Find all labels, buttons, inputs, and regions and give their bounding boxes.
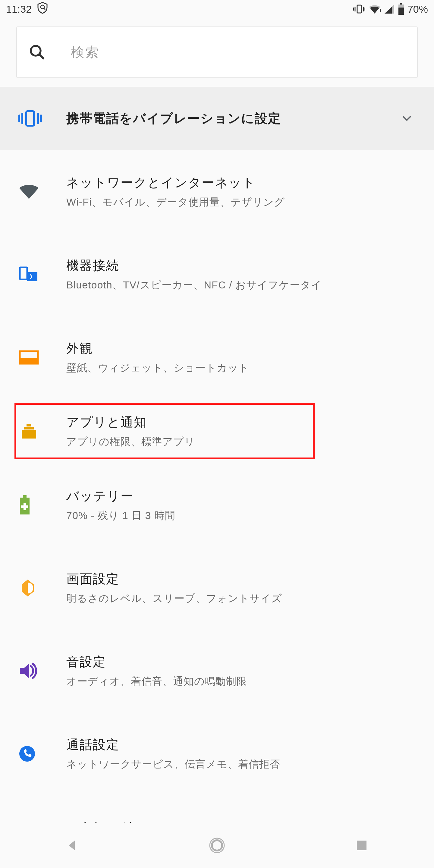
row-sub: 壁紙、ウィジェット、ショートカット xyxy=(66,361,416,375)
vibrate-icon xyxy=(18,109,66,128)
wifi-icon xyxy=(18,183,66,201)
cell-signal-icon xyxy=(384,4,395,14)
svg-rect-15 xyxy=(26,111,34,126)
chevron-down-icon[interactable] xyxy=(398,112,416,125)
row-appearance[interactable]: 外観 壁紙、ウィジェット、ショートカット xyxy=(0,316,434,399)
row-sub: ネットワークサービス、伝言メモ、着信拒否 xyxy=(66,757,416,771)
status-bar: 11:32 xyxy=(0,0,434,18)
svg-point-0 xyxy=(41,5,44,9)
svg-rect-21 xyxy=(27,272,37,281)
row-sub: Bluetooth、TV/スピーカー、NFC / おサイフケータイ xyxy=(66,278,416,292)
status-right: 70% xyxy=(353,3,428,15)
row-sub: 70% - 残り 1 日 3 時間 xyxy=(66,509,416,523)
row-devices[interactable]: 機器接続 Bluetooth、TV/スピーカー、NFC / おサイフケータイ xyxy=(0,233,434,316)
nav-bar xyxy=(0,823,434,868)
shield-icon xyxy=(37,2,48,16)
row-title: 通話設定 xyxy=(66,736,416,753)
row-title: 音設定 xyxy=(66,653,416,670)
nav-home[interactable] xyxy=(207,835,227,856)
svg-point-33 xyxy=(19,746,35,762)
row-sub: 明るさのレベル、スリープ、フォントサイズ xyxy=(66,592,416,606)
vibrate-banner-label: 携帯電話をバイブレーションに設定 xyxy=(66,110,398,127)
status-time: 11:32 xyxy=(6,3,32,15)
apps-icon xyxy=(18,422,66,440)
appearance-icon xyxy=(18,349,66,366)
battery-icon xyxy=(18,495,66,516)
search-placeholder: 検索 xyxy=(71,43,100,61)
battery-pct: 70% xyxy=(407,3,428,15)
svg-rect-10 xyxy=(400,3,402,4)
row-sound[interactable]: 音設定 オーディオ、着信音、通知の鳴動制限 xyxy=(0,629,434,712)
svg-rect-12 xyxy=(398,7,404,15)
svg-rect-26 xyxy=(22,430,36,438)
row-call[interactable]: 通話設定 ネットワークサービス、伝言メモ、着信拒否 xyxy=(0,712,434,795)
search-wrap: 検索 xyxy=(0,18,434,87)
vibrate-banner[interactable]: 携帯電話をバイブレーションに設定 xyxy=(0,87,434,150)
svg-rect-23 xyxy=(21,358,37,363)
svg-rect-20 xyxy=(20,267,27,279)
settings-list: ネットワークとインターネット Wi-Fi、モバイル、データ使用量、テザリング 機… xyxy=(0,150,434,846)
row-title: 機器接続 xyxy=(66,257,416,274)
battery-status-icon xyxy=(398,3,404,15)
brightness-icon xyxy=(18,578,66,598)
svg-point-44 xyxy=(212,840,222,850)
svg-rect-30 xyxy=(21,505,28,508)
row-title: 外観 xyxy=(66,340,416,357)
row-network[interactable]: ネットワークとインターネット Wi-Fi、モバイル、データ使用量、テザリング xyxy=(0,150,434,233)
svg-rect-45 xyxy=(357,841,367,850)
svg-line-1 xyxy=(44,8,45,10)
search-icon xyxy=(29,44,59,61)
row-display[interactable]: 画面設定 明るさのレベル、スリープ、フォントサイズ xyxy=(0,547,434,629)
row-title: バッテリー xyxy=(66,488,416,504)
row-sub: アプリの権限、標準アプリ xyxy=(66,435,416,449)
svg-rect-27 xyxy=(23,495,27,498)
row-title: ネットワークとインターネット xyxy=(66,174,416,191)
row-apps[interactable]: アプリと通知 アプリの権限、標準アプリ xyxy=(0,399,434,464)
svg-rect-24 xyxy=(27,424,31,427)
status-left: 11:32 xyxy=(6,2,48,16)
nav-recent[interactable] xyxy=(351,835,372,856)
sound-icon xyxy=(18,662,66,680)
row-sub: Wi-Fi、モバイル、データ使用量、テザリング xyxy=(66,195,416,209)
wifi-status-icon xyxy=(368,4,381,14)
phone-icon xyxy=(18,745,66,763)
svg-marker-32 xyxy=(20,664,29,678)
svg-marker-7 xyxy=(380,8,381,13)
row-title: アプリと通知 xyxy=(66,414,416,431)
row-title: 画面設定 xyxy=(66,570,416,587)
row-sub: オーディオ、着信音、通知の鳴動制限 xyxy=(66,675,416,688)
vibrate-status-icon xyxy=(353,4,365,14)
svg-rect-2 xyxy=(357,5,361,13)
svg-marker-42 xyxy=(69,841,75,850)
svg-rect-25 xyxy=(24,427,34,430)
search-box[interactable]: 検索 xyxy=(16,27,418,78)
connected-devices-icon xyxy=(18,266,66,284)
nav-back[interactable] xyxy=(62,835,83,856)
svg-line-14 xyxy=(39,54,43,59)
row-battery[interactable]: バッテリー 70% - 残り 1 日 3 時間 xyxy=(0,464,434,547)
